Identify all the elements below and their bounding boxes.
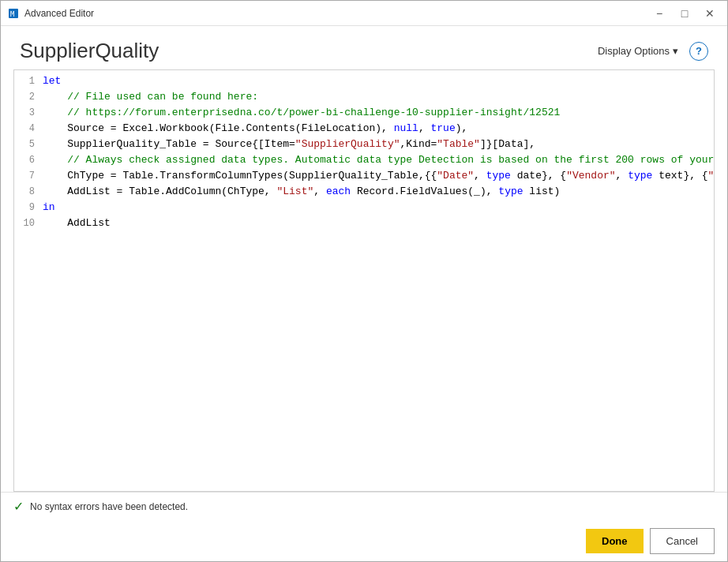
status-message: No syntax errors have been detected. xyxy=(30,501,188,512)
table-row: 2 // File used can be found here: xyxy=(14,89,714,105)
done-button[interactable]: Done xyxy=(586,529,644,553)
table-row: 3 // https://forum.enterprisedna.co/t/po… xyxy=(14,105,714,121)
svg-text:M: M xyxy=(10,10,15,18)
table-row: 10 AddList xyxy=(14,215,714,231)
table-row: 6 // Always check assigned data types. A… xyxy=(14,152,714,168)
line-content: AddList xyxy=(43,215,714,231)
table-row: 1let xyxy=(14,73,714,89)
table-row: 4 Source = Excel.Workbook(File.Contents(… xyxy=(14,121,714,137)
code-editor[interactable]: 1let2 // File used can be found here:3 /… xyxy=(13,69,715,492)
line-content: // File used can be found here: xyxy=(43,89,714,105)
line-content: ChType = Table.TransformColumnTypes(Supp… xyxy=(43,168,714,184)
status-bar: ✓ No syntax errors have been detected. xyxy=(1,492,727,520)
line-number: 1 xyxy=(14,73,43,89)
help-button[interactable]: ? xyxy=(689,42,708,61)
title-bar: M Advanced Editor − □ ✕ xyxy=(1,1,727,26)
table-row: 7 ChType = Table.TransformColumnTypes(Su… xyxy=(14,168,714,184)
help-icon: ? xyxy=(696,45,702,57)
line-content: // https://forum.enterprisedna.co/t/powe… xyxy=(43,105,714,121)
line-number: 4 xyxy=(14,121,43,137)
line-content: SupplierQuality_Table = Source{[Item="Su… xyxy=(43,137,714,152)
line-number: 8 xyxy=(14,184,43,200)
line-content: in xyxy=(43,200,714,215)
line-number: 7 xyxy=(14,168,43,184)
query-title: SupplierQuality xyxy=(20,39,159,63)
minimize-button[interactable]: − xyxy=(648,5,670,22)
cancel-button[interactable]: Cancel xyxy=(650,528,715,554)
footer: Done Cancel xyxy=(1,520,727,561)
display-options-label: Display Options xyxy=(598,45,670,57)
line-number: 3 xyxy=(14,105,43,121)
line-content: Source = Excel.Workbook(File.Contents(Fi… xyxy=(43,121,714,137)
advanced-editor-window: M Advanced Editor − □ ✕ SupplierQuality … xyxy=(0,0,728,562)
maximize-button[interactable]: □ xyxy=(674,5,696,22)
window-controls: − □ ✕ xyxy=(648,5,721,22)
chevron-down-icon: ▾ xyxy=(673,45,678,57)
line-content: let xyxy=(43,73,714,89)
display-options-button[interactable]: Display Options ▾ xyxy=(593,42,683,60)
table-row: 8 AddList = Table.AddColumn(ChType, "Lis… xyxy=(14,184,714,200)
close-button[interactable]: ✕ xyxy=(699,5,721,22)
table-row: 5 SupplierQuality_Table = Source{[Item="… xyxy=(14,137,714,152)
code-content: 1let2 // File used can be found here:3 /… xyxy=(14,70,714,491)
line-number: 9 xyxy=(14,200,43,215)
line-number: 2 xyxy=(14,89,43,105)
line-content: // Always check assigned data types. Aut… xyxy=(43,152,714,168)
line-content: AddList = Table.AddColumn(ChType, "List"… xyxy=(43,184,714,200)
line-number: 5 xyxy=(14,137,43,152)
line-number: 6 xyxy=(14,152,43,168)
window-icon: M xyxy=(7,7,20,20)
editor-header: SupplierQuality Display Options ▾ ? xyxy=(1,26,727,69)
table-row: 9in xyxy=(14,200,714,215)
header-controls: Display Options ▾ ? xyxy=(593,42,708,61)
window-title: Advanced Editor xyxy=(24,8,648,19)
line-number: 10 xyxy=(14,215,43,231)
status-check-icon: ✓ xyxy=(13,499,24,514)
